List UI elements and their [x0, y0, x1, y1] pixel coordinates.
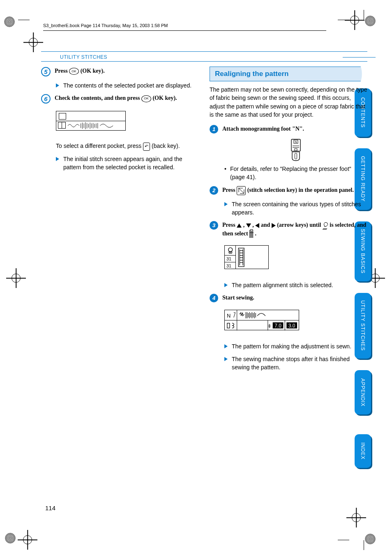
bar-pattern-icon [249, 230, 254, 238]
r-step-number-3: 3 [210, 221, 218, 230]
r-step-3: 3 Press , , and (arrow keys) until [210, 221, 367, 238]
stitch-selection-key-icon [237, 186, 246, 195]
heading-realigning-label: Realigning the pattern [215, 70, 362, 78]
step-6-title: Check the contents, and then press OK (O… [55, 94, 199, 102]
svg-rect-26 [238, 248, 244, 267]
svg-point-23 [228, 248, 233, 252]
r-step-number-2: 2 [210, 186, 218, 195]
text: , [243, 222, 246, 228]
alignment-stitch-icon [323, 222, 328, 229]
arrow-left-icon [255, 223, 259, 228]
r-step-4-result-1: The pattern for making the adjustment is… [224, 342, 367, 350]
crop-line [18, 20, 30, 20]
doc-header: S3_brotherE.book Page 114 Thursday, May … [43, 23, 326, 31]
text: (stitch selection key) in the operation … [247, 187, 354, 193]
svg-rect-41 [227, 323, 230, 328]
crop-line [364, 540, 364, 550]
svg-rect-17 [295, 149, 297, 151]
ok-key-icon: OK [69, 68, 79, 75]
svg-text:3.0: 3.0 [288, 323, 295, 329]
crop-ornament-br [365, 534, 376, 544]
svg-text:N: N [295, 140, 297, 143]
waveform-icon [68, 122, 114, 129]
svg-text:31: 31 [226, 256, 231, 261]
r-step-4-title: Start sewing. [222, 293, 367, 302]
arrow-right-icon [272, 223, 276, 228]
text: To select a different pocket, press [56, 143, 143, 149]
section-header-rule [343, 57, 376, 58]
svg-text:31: 31 [226, 263, 231, 268]
ok-key-icon: OK [141, 95, 151, 102]
arrow-up-icon [237, 223, 242, 228]
crop-target-tr [350, 16, 359, 25]
left-column: 5 Press OK (OK key). The contents of the… [41, 67, 199, 375]
text: Press [222, 222, 237, 228]
section-header: UTILITY STITCHES [41, 53, 367, 62]
text: (arrow keys) until [277, 222, 323, 228]
r-step-2: 2 Press (stitch selection key) in the op… [210, 186, 367, 195]
step-6: 6 Check the contents, and then press OK … [41, 94, 199, 104]
text: , [252, 222, 255, 228]
text: (back key). [152, 143, 180, 149]
crop-line [338, 540, 349, 540]
arrow-down-icon [246, 223, 251, 228]
crop-target-left [12, 274, 21, 283]
r-step-1-title: Attach monogramming foot "N". [222, 124, 367, 133]
crop-ornament-tr [365, 16, 376, 26]
step-number-6: 6 [41, 94, 51, 104]
lcd-sewing-status: N [224, 310, 299, 330]
r-step-3-result: The pattern alignment stitch is selected… [224, 281, 367, 289]
step-5-title: Press OK (OK key). [55, 67, 199, 75]
back-key-icon: ↶ [143, 143, 150, 151]
svg-rect-18 [295, 153, 297, 159]
r-step-2-title: Press (stitch selection key) in the oper… [222, 186, 367, 195]
section-header-label: UTILITY STITCHES [60, 54, 107, 60]
text: (OK key). [81, 68, 105, 74]
step-6-result: The initial stitch screen appears again,… [56, 155, 199, 172]
realigning-intro: The pattern may not be sewn correctly, d… [210, 85, 367, 119]
crop-target-tl [29, 38, 38, 47]
lcd-pocket-contents [56, 111, 126, 131]
crop-target-bl [23, 535, 32, 544]
text: Press [222, 187, 237, 193]
text: . [255, 230, 257, 237]
r-step-number-1: 1 [210, 125, 218, 134]
crop-line [338, 20, 349, 20]
text: Press [55, 68, 69, 74]
svg-line-19 [238, 188, 244, 193]
r-step-4-result-2: The sewing machine stops after it has fi… [224, 355, 367, 372]
r-step-number-4: 4 [210, 294, 218, 302]
text: (OK key). [152, 95, 177, 101]
lcd-stitch-select: 31 31 [224, 245, 269, 269]
svg-text:7.0: 7.0 [274, 323, 281, 329]
crop-ornament-bl [5, 533, 16, 543]
crop-ornament-tl [4, 16, 15, 27]
step-number-5: 5 [41, 67, 51, 76]
r-step-4: 4 Start sewing. [210, 293, 367, 302]
text: and [261, 222, 272, 228]
step-5-result: The contents of the selected pocket are … [56, 81, 199, 90]
r-step-1-bullet: For details, refer to "Replacing the pre… [224, 165, 367, 182]
heading-realigning: Realigning the pattern [210, 67, 367, 81]
r-step-2-result: The screen containing the various types … [224, 200, 367, 217]
step-5: 5 Press OK (OK key). [41, 67, 199, 76]
right-column: Realigning the pattern The pattern may n… [210, 67, 367, 375]
page-number: 114 [45, 504, 55, 511]
presser-foot-n-icon: N [287, 138, 305, 161]
crop-target-br [352, 513, 361, 522]
r-step-3-title: Press , , and (arrow keys) until is sele… [222, 221, 367, 238]
svg-text:N: N [227, 313, 231, 319]
text: Check the contents, and then press [55, 95, 141, 101]
crop-line [364, 10, 364, 20]
step-6-note: To select a different pocket, press ↶ (b… [56, 142, 199, 150]
r-step-1: 1 Attach monogramming foot "N". [210, 124, 367, 134]
page-body: UTILITY STITCHES 5 Press OK (OK key). Th… [41, 53, 367, 514]
